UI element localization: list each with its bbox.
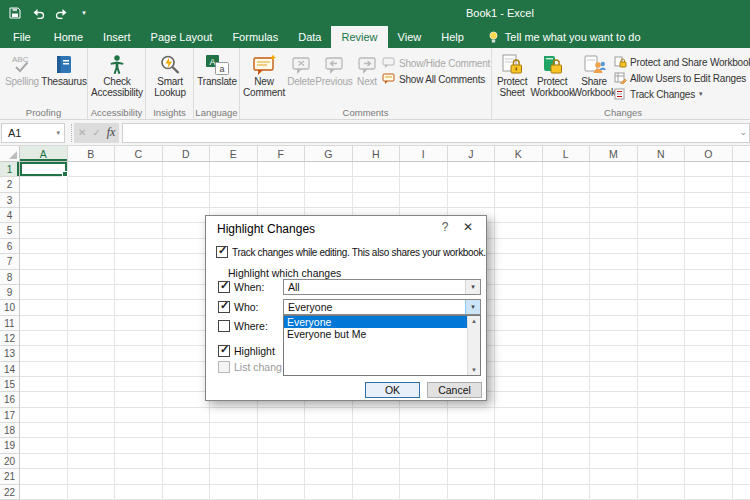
row-header-19[interactable]: 19 [0, 438, 20, 453]
cell-N17[interactable] [638, 408, 686, 423]
delete-comment-button[interactable]: Delete [286, 50, 316, 88]
row-header-20[interactable]: 20 [0, 454, 20, 469]
cell-J21[interactable] [448, 469, 496, 484]
cell-A10[interactable] [20, 300, 68, 315]
cell-B11[interactable] [68, 316, 116, 331]
protect-and-share-workbook-button[interactable]: Protect and Share Workbook [614, 54, 750, 70]
cell-C2[interactable] [115, 177, 163, 192]
confirm-entry-button[interactable]: ✓ [92, 127, 100, 138]
cell-M14[interactable] [590, 362, 638, 377]
cell-C3[interactable] [115, 193, 163, 208]
cell-partial-9[interactable] [733, 285, 750, 300]
thesaurus-button[interactable]: Thesaurus [42, 50, 86, 88]
cell-I18[interactable] [400, 423, 448, 438]
cell-A11[interactable] [20, 316, 68, 331]
cell-M2[interactable] [590, 177, 638, 192]
cell-M22[interactable] [590, 485, 638, 500]
cell-G1[interactable] [305, 162, 353, 177]
cell-B16[interactable] [68, 392, 116, 407]
name-box[interactable]: A1 ▾ [1, 123, 65, 143]
cell-A5[interactable] [20, 223, 68, 238]
cell-B8[interactable] [68, 270, 116, 285]
column-header-m[interactable]: M [590, 146, 638, 161]
column-header-l[interactable]: L [543, 146, 591, 161]
cell-H19[interactable] [353, 438, 401, 453]
cell-D15[interactable] [163, 377, 211, 392]
cell-N20[interactable] [638, 454, 686, 469]
dropdown-scrollbar[interactable]: ▲ ▼ [467, 316, 480, 375]
cell-B12[interactable] [68, 331, 116, 346]
cell-N8[interactable] [638, 270, 686, 285]
row-header-6[interactable]: 6 [0, 239, 20, 254]
cell-O17[interactable] [685, 408, 733, 423]
cell-L1[interactable] [543, 162, 591, 177]
cell-J1[interactable] [448, 162, 496, 177]
track-changes-button[interactable]: Track Changes ▾ [614, 86, 750, 102]
cell-B2[interactable] [68, 177, 116, 192]
cell-G3[interactable] [305, 193, 353, 208]
cell-E22[interactable] [210, 485, 258, 500]
cell-D18[interactable] [163, 423, 211, 438]
cell-C11[interactable] [115, 316, 163, 331]
row-header-11[interactable]: 11 [0, 316, 20, 331]
cell-C10[interactable] [115, 300, 163, 315]
cell-O3[interactable] [685, 193, 733, 208]
select-all-button[interactable] [0, 146, 20, 161]
cell-D3[interactable] [163, 193, 211, 208]
cell-A19[interactable] [20, 438, 68, 453]
cell-partial-18[interactable] [733, 423, 750, 438]
cell-E17[interactable] [210, 408, 258, 423]
column-header-e[interactable]: E [210, 146, 258, 161]
previous-comment-button[interactable]: Previous [316, 50, 352, 88]
cell-E21[interactable] [210, 469, 258, 484]
cell-L12[interactable] [543, 331, 591, 346]
cell-M10[interactable] [590, 300, 638, 315]
cell-G2[interactable] [305, 177, 353, 192]
cell-L5[interactable] [543, 223, 591, 238]
row-header-3[interactable]: 3 [0, 193, 20, 208]
cell-partial-13[interactable] [733, 346, 750, 361]
row-header-13[interactable]: 13 [0, 346, 20, 361]
column-header-o[interactable]: O [685, 146, 733, 161]
cell-N14[interactable] [638, 362, 686, 377]
cell-E1[interactable] [210, 162, 258, 177]
row-header-1[interactable]: 1 [0, 162, 20, 177]
formula-input[interactable] [122, 123, 750, 143]
cell-F17[interactable] [258, 408, 306, 423]
cell-L8[interactable] [543, 270, 591, 285]
cell-H20[interactable] [353, 454, 401, 469]
cell-partial-20[interactable] [733, 454, 750, 469]
cell-D7[interactable] [163, 254, 211, 269]
cell-B19[interactable] [68, 438, 116, 453]
cell-M18[interactable] [590, 423, 638, 438]
cell-K5[interactable] [495, 223, 543, 238]
cell-C12[interactable] [115, 331, 163, 346]
cell-F1[interactable] [258, 162, 306, 177]
cell-L13[interactable] [543, 346, 591, 361]
cell-M7[interactable] [590, 254, 638, 269]
cell-L2[interactable] [543, 177, 591, 192]
cell-O18[interactable] [685, 423, 733, 438]
cell-O10[interactable] [685, 300, 733, 315]
cell-K14[interactable] [495, 362, 543, 377]
cell-B22[interactable] [68, 485, 116, 500]
share-workbook-button[interactable]: Share Workbook [574, 50, 614, 99]
protect-workbook-button[interactable]: Protect Workbook [530, 50, 574, 99]
cell-A14[interactable] [20, 362, 68, 377]
cell-M6[interactable] [590, 239, 638, 254]
cell-N4[interactable] [638, 208, 686, 223]
cell-C20[interactable] [115, 454, 163, 469]
cell-D20[interactable] [163, 454, 211, 469]
cell-L16[interactable] [543, 392, 591, 407]
cell-D14[interactable] [163, 362, 211, 377]
cell-F19[interactable] [258, 438, 306, 453]
cell-O22[interactable] [685, 485, 733, 500]
column-header-c[interactable]: C [115, 146, 163, 161]
who-option-everyone-but-me[interactable]: Everyone but Me [284, 328, 467, 340]
cell-K11[interactable] [495, 316, 543, 331]
row-header-4[interactable]: 4 [0, 208, 20, 223]
show-all-comments-button[interactable]: Show All Comments [382, 71, 490, 87]
cell-H2[interactable] [353, 177, 401, 192]
row-header-17[interactable]: 17 [0, 408, 20, 423]
cell-A22[interactable] [20, 485, 68, 500]
